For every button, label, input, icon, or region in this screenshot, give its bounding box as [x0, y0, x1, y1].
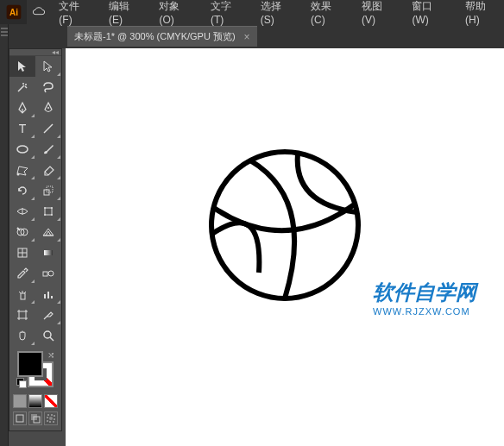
- hand-tool[interactable]: [9, 325, 35, 346]
- swap-fill-stroke-icon[interactable]: ⤭: [47, 350, 54, 360]
- menu-bar: Ai 文件(F) 编辑(E) 对象(O) 文字(T) 选择(S) 效果(C) 视…: [0, 0, 504, 24]
- shape-builder-tool[interactable]: [9, 222, 35, 242]
- ellipse-tool[interactable]: [9, 139, 35, 160]
- tool-panel: ◂◂ T ⤭: [9, 48, 62, 431]
- gradient-tool[interactable]: [35, 242, 61, 263]
- menu-object[interactable]: 对象(O): [154, 0, 198, 29]
- width-tool[interactable]: [9, 201, 35, 222]
- document-tab[interactable]: 未标题-1* @ 300% (CMYK/GPU 预览) ×: [67, 26, 257, 47]
- blend-tool[interactable]: [35, 263, 61, 284]
- app-logo: Ai: [0, 0, 27, 24]
- curvature-tool[interactable]: [35, 97, 61, 118]
- direct-selection-tool[interactable]: [35, 56, 61, 77]
- color-mode-gradient[interactable]: [28, 394, 42, 408]
- svg-point-14: [51, 214, 53, 216]
- symbol-sprayer-tool[interactable]: [9, 284, 35, 305]
- free-transform-tool[interactable]: [35, 201, 61, 222]
- menu-file[interactable]: 文件(F): [54, 0, 97, 29]
- menu-edit[interactable]: 编辑(E): [104, 0, 147, 29]
- shaper-tool[interactable]: [9, 160, 35, 180]
- svg-rect-10: [45, 208, 52, 215]
- menu-select[interactable]: 选择(S): [255, 0, 299, 29]
- eraser-tool[interactable]: [35, 160, 61, 180]
- svg-point-5: [17, 146, 28, 153]
- color-mode-none[interactable]: [44, 394, 58, 408]
- svg-rect-27: [19, 311, 26, 318]
- slice-tool[interactable]: [35, 305, 61, 325]
- menu-items: 文件(F) 编辑(E) 对象(O) 文字(T) 选择(S) 效果(C) 视图(V…: [50, 0, 504, 29]
- canvas[interactable]: 软件自学网 WWW.RJZXW.COM: [66, 48, 504, 446]
- basketball-artwork: [203, 143, 367, 311]
- fill-stroke-swatches[interactable]: ⤭: [17, 351, 54, 387]
- color-mode-solid[interactable]: [13, 394, 27, 408]
- draw-behind-mode[interactable]: [28, 411, 42, 425]
- svg-text:T: T: [19, 122, 27, 135]
- paintbrush-tool[interactable]: [35, 139, 61, 160]
- left-dock-rail: [0, 24, 9, 446]
- watermark: 软件自学网 WWW.RJZXW.COM: [373, 279, 476, 317]
- zoom-tool[interactable]: [35, 325, 61, 346]
- svg-rect-20: [44, 250, 53, 255]
- svg-line-29: [50, 337, 54, 341]
- color-swatches: ⤭: [9, 346, 61, 393]
- menu-text[interactable]: 文字(T): [205, 0, 249, 29]
- magic-wand-tool[interactable]: [9, 77, 35, 97]
- mesh-tool[interactable]: [9, 242, 35, 263]
- perspective-grid-tool[interactable]: [35, 222, 61, 242]
- svg-rect-25: [47, 292, 49, 298]
- rail-handle-icon[interactable]: [1, 28, 8, 45]
- watermark-text-cn: 软件自学网: [373, 279, 476, 306]
- pen-tool[interactable]: [9, 97, 35, 118]
- collapse-icon[interactable]: ◂◂: [52, 48, 59, 56]
- svg-point-2: [47, 107, 49, 109]
- line-segment-tool[interactable]: [35, 118, 61, 139]
- menu-window[interactable]: 窗口(W): [406, 0, 453, 29]
- svg-point-22: [48, 271, 54, 276]
- draw-normal-mode[interactable]: [13, 411, 27, 425]
- svg-text:Ai: Ai: [9, 8, 18, 17]
- menu-view[interactable]: 视图(V): [356, 0, 400, 29]
- rotate-tool[interactable]: [9, 180, 35, 201]
- svg-rect-30: [16, 415, 23, 422]
- document-tab-title: 未标题-1* @ 300% (CMYK/GPU 预览): [74, 30, 236, 43]
- svg-point-13: [44, 214, 46, 216]
- scale-tool[interactable]: [35, 180, 61, 201]
- svg-point-12: [51, 207, 53, 209]
- lasso-tool[interactable]: [35, 77, 61, 97]
- svg-rect-21: [43, 272, 47, 276]
- watermark-text-en: WWW.RJZXW.COM: [373, 306, 476, 317]
- menu-help[interactable]: 帮助(H): [460, 0, 504, 29]
- eyedropper-tool[interactable]: [9, 263, 35, 284]
- tool-grid: T: [9, 56, 61, 346]
- close-tab-button[interactable]: ×: [244, 31, 250, 43]
- svg-point-11: [44, 207, 46, 209]
- svg-point-6: [17, 173, 20, 176]
- cloud-icon[interactable]: [27, 0, 50, 24]
- svg-point-34: [49, 417, 53, 420]
- column-graph-tool[interactable]: [35, 284, 61, 305]
- draw-mode-row: [9, 410, 61, 430]
- fill-swatch[interactable]: [17, 351, 43, 377]
- selection-tool[interactable]: [9, 56, 35, 77]
- type-tool[interactable]: T: [9, 118, 35, 139]
- artboard-tool[interactable]: [9, 305, 35, 325]
- menu-effect[interactable]: 效果(C): [306, 0, 350, 29]
- draw-inside-mode[interactable]: [44, 411, 58, 425]
- default-fill-stroke-icon[interactable]: [16, 378, 27, 388]
- svg-rect-26: [51, 296, 53, 298]
- color-mode-row: [9, 393, 61, 410]
- tool-panel-header[interactable]: ◂◂: [9, 49, 61, 56]
- svg-rect-24: [44, 294, 46, 298]
- svg-rect-23: [21, 293, 25, 299]
- svg-point-28: [44, 331, 51, 338]
- svg-line-4: [44, 124, 53, 133]
